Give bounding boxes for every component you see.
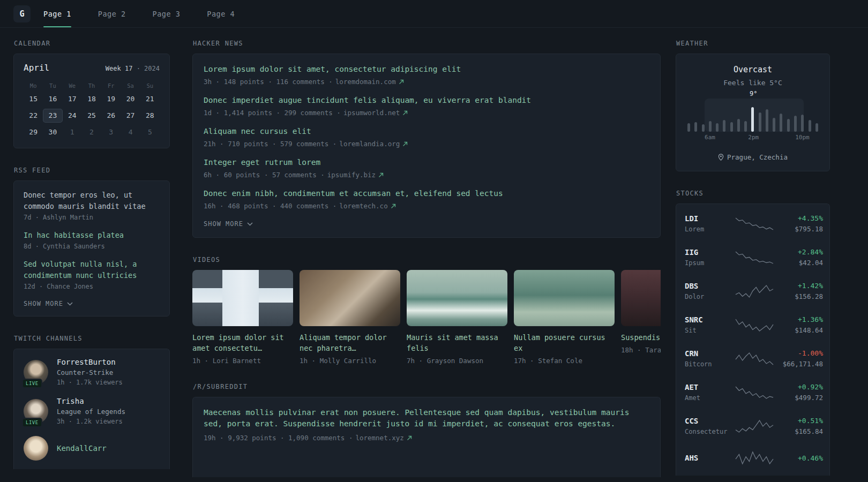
video-title[interactable]: Aliquam tempor dolor nec pharetra… bbox=[300, 332, 400, 353]
video-card[interactable]: Nullam posuere cursus ex 17h · Stefan Co… bbox=[514, 270, 615, 365]
hackernews-item-title[interactable]: Lorem ipsum dolor sit amet, consectetur … bbox=[204, 64, 649, 75]
twitch-channel-name[interactable]: KendallCarr bbox=[57, 444, 107, 453]
weather-hour-bar bbox=[709, 121, 712, 132]
calendar-day[interactable]: 4 bbox=[121, 125, 140, 139]
calendar-day[interactable]: 30 bbox=[43, 125, 62, 139]
stock-row[interactable]: LDI Lorem +4.35% $795.18 bbox=[685, 207, 821, 240]
calendar-day[interactable]: 24 bbox=[63, 109, 82, 123]
rss-show-more-label: SHOW MORE bbox=[24, 300, 63, 307]
calendar-day[interactable]: 22 bbox=[24, 109, 43, 123]
external-link-icon bbox=[407, 435, 412, 441]
video-thumbnail[interactable] bbox=[514, 270, 615, 326]
stock-row[interactable]: IIG Ipsum +2.84% $42.04 bbox=[685, 240, 821, 274]
weather-hour-bar bbox=[801, 115, 804, 132]
video-card[interactable]: Aliquam tempor dolor nec pharetra… 1h · … bbox=[300, 270, 400, 365]
hackernews-item: Lorem ipsum dolor sit amet, consectetur … bbox=[204, 64, 649, 86]
video-title[interactable]: Lorem ipsum dolor sit amet consectetu… bbox=[192, 332, 293, 353]
weather-hour-bar bbox=[716, 123, 719, 132]
video-thumbnail[interactable] bbox=[621, 270, 661, 326]
stock-change-percent: +1.36% bbox=[774, 315, 823, 323]
calendar-day[interactable]: 21 bbox=[140, 92, 160, 106]
subreddit-post-title[interactable]: Maecenas mollis pulvinar erat non posuer… bbox=[204, 407, 649, 430]
video-thumbnail[interactable] bbox=[192, 270, 293, 326]
hackernews-item-domain[interactable]: loremtech.co bbox=[339, 202, 387, 210]
dashboard: CALENDAR April Week 17 · 2024 MoTuWeThFr… bbox=[0, 28, 868, 482]
stock-sparkline bbox=[735, 284, 774, 299]
hackernews-item-domain[interactable]: loremdomain.com bbox=[335, 78, 396, 86]
twitch-channel-row[interactable]: LIVE ForrestBurton Counter-Strike 1h · 1… bbox=[24, 358, 160, 386]
calendar-day[interactable]: 16 bbox=[43, 92, 62, 106]
video-title[interactable]: Nullam posuere cursus ex bbox=[514, 332, 615, 353]
rss-item-title[interactable]: Sed volutpat nulla nisl, a condimentum n… bbox=[24, 259, 160, 281]
calendar-day[interactable]: 28 bbox=[140, 109, 160, 123]
calendar-day[interactable]: 2 bbox=[82, 125, 101, 139]
weather-hour-bar bbox=[744, 121, 747, 132]
video-thumbnail[interactable] bbox=[407, 270, 507, 326]
calendar-day[interactable]: 18 bbox=[82, 92, 101, 106]
middle-column: HACKER NEWS Lorem ipsum dolor sit amet, … bbox=[192, 40, 661, 482]
twitch-channel-row[interactable]: LIVE Trisha League of Legends 3h · 1.2k … bbox=[24, 397, 160, 425]
subreddit-post-domain[interactable]: loremnet.xyz bbox=[355, 434, 403, 442]
video-title[interactable]: Mauris sit amet massa felis bbox=[407, 332, 507, 353]
calendar-day[interactable]: 3 bbox=[101, 125, 121, 139]
stock-values: +0.51% $165.84 bbox=[774, 417, 823, 435]
weather-section-title: WEATHER bbox=[676, 40, 830, 47]
calendar-day[interactable]: 5 bbox=[140, 125, 160, 139]
calendar-day[interactable]: 29 bbox=[24, 125, 43, 139]
hackernews-item-title[interactable]: Donec imperdiet augue tincidunt felis al… bbox=[204, 95, 649, 106]
stock-sparkline bbox=[735, 216, 774, 231]
twitch-channel-row[interactable]: KendallCarr bbox=[24, 436, 160, 461]
video-title[interactable]: Suspendisse diam bbox=[621, 332, 661, 343]
stock-sparkline bbox=[735, 318, 774, 333]
video-card[interactable]: Suspendisse diam 18h · Tara bbox=[621, 270, 661, 365]
calendar-day[interactable]: 17 bbox=[63, 92, 82, 106]
calendar-day[interactable]: 23 bbox=[43, 109, 62, 123]
stock-row[interactable]: DBS Dolor +1.42% $156.28 bbox=[685, 274, 821, 308]
live-badge: LIVE bbox=[22, 418, 42, 427]
hackernews-item-title[interactable]: Donec enim nibh, condimentum et accumsan… bbox=[204, 188, 649, 199]
stocks-section-title: STOCKS bbox=[676, 190, 830, 197]
weekday-label: We bbox=[63, 80, 82, 92]
stock-row[interactable]: CCS Consectetur +0.51% $165.84 bbox=[685, 409, 821, 443]
calendar-day[interactable]: 1 bbox=[63, 125, 82, 139]
hackernews-item-domain[interactable]: loremlandia.org bbox=[339, 140, 400, 148]
page-tab[interactable]: Page 3 bbox=[153, 0, 181, 27]
hackernews-item-title[interactable]: Integer eget rutrum lorem bbox=[204, 157, 649, 168]
calendar-day[interactable]: 26 bbox=[101, 109, 121, 123]
rss-item-title[interactable]: In hac habitasse platea bbox=[24, 230, 160, 241]
hackernews-card: Lorem ipsum dolor sit amet, consectetur … bbox=[192, 54, 661, 238]
calendar-day[interactable]: 15 bbox=[24, 92, 43, 106]
calendar-day[interactable]: 19 bbox=[101, 92, 121, 106]
rss-show-more-button[interactable]: SHOW MORE bbox=[24, 300, 73, 307]
video-thumbnail[interactable] bbox=[300, 270, 400, 326]
twitch-channel-name[interactable]: ForrestBurton bbox=[57, 358, 123, 366]
video-card[interactable]: Lorem ipsum dolor sit amet consectetu… 1… bbox=[192, 270, 293, 365]
rss-item-title[interactable]: Donec tempor eros leo, ut commodo mauris… bbox=[24, 190, 160, 212]
sparkline-chart bbox=[735, 284, 774, 299]
stock-change-percent: +0.46% bbox=[774, 454, 823, 462]
stock-row[interactable]: CRN Bitcorn -1.00% $66,171.48 bbox=[685, 342, 821, 375]
calendar-day[interactable]: 27 bbox=[121, 109, 140, 123]
stock-name: Consectetur bbox=[685, 428, 735, 435]
stock-row[interactable]: AET Amet +0.92% $499.72 bbox=[685, 375, 821, 409]
rss-item: Sed volutpat nulla nisl, a condimentum n… bbox=[24, 259, 160, 290]
hackernews-item-title[interactable]: Aliquam nec cursus elit bbox=[204, 126, 649, 137]
video-card[interactable]: Mauris sit amet massa felis 7h · Grayson… bbox=[407, 270, 507, 365]
stock-ticker: CRN bbox=[685, 349, 735, 358]
stock-row[interactable]: SNRC Sit +1.36% $148.64 bbox=[685, 308, 821, 342]
page-tab[interactable]: Page 1 bbox=[43, 0, 71, 27]
twitch-channel-name[interactable]: Trisha bbox=[57, 397, 125, 405]
hackernews-item-domain[interactable]: ipsumworld.net bbox=[343, 109, 400, 117]
hackernews-item-domain[interactable]: ipsumify.biz bbox=[327, 171, 376, 179]
stock-values: +0.46% bbox=[774, 454, 823, 462]
hackernews-item-meta: 1d · 1,414 points · 299 comments · ipsum… bbox=[204, 109, 649, 117]
calendar-day[interactable]: 20 bbox=[121, 92, 140, 106]
page-tab[interactable]: Page 4 bbox=[207, 0, 235, 27]
calendar-day[interactable]: 25 bbox=[82, 109, 101, 123]
stock-row[interactable]: AHS +0.46% bbox=[685, 443, 821, 473]
weather-hour-bar bbox=[737, 119, 740, 132]
stock-name: Sit bbox=[685, 327, 735, 334]
page-tab[interactable]: Page 2 bbox=[98, 0, 126, 27]
left-column: CALENDAR April Week 17 · 2024 MoTuWeThFr… bbox=[13, 40, 170, 482]
hackernews-show-more-button[interactable]: SHOW MORE bbox=[204, 220, 253, 228]
